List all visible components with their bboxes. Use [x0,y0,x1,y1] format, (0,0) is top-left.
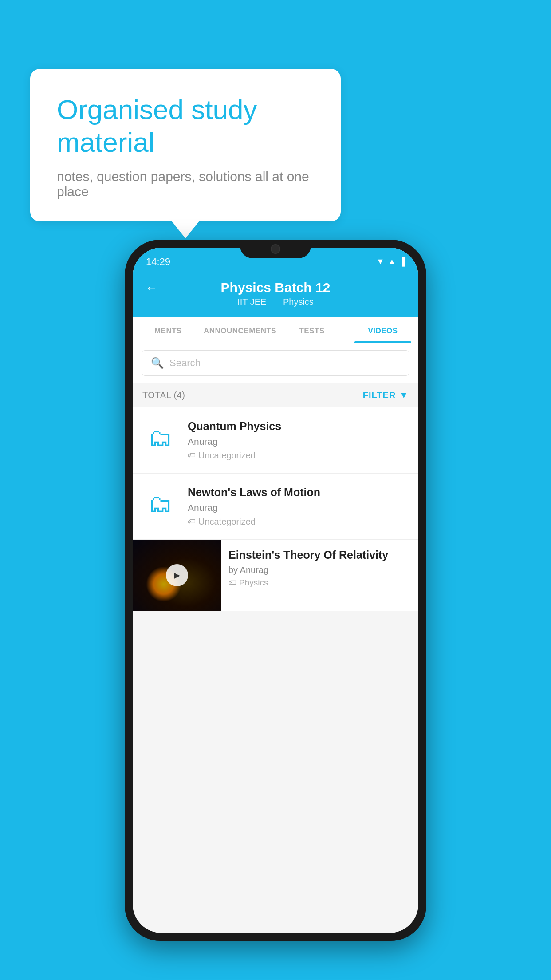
item-author: Anurag [188,502,409,513]
play-button[interactable]: ▶ [166,564,188,586]
phone-camera [271,244,280,254]
list-item[interactable]: 🗂 Quantum Physics Anurag 🏷 Uncategorized [133,407,418,474]
item-title: Quantum Physics [188,420,409,433]
item-tag: 🏷 Uncategorized [188,517,409,527]
header-subtitle-iitjee: IIT JEE [237,297,266,307]
filter-icon: ▼ [399,390,409,400]
phone-mockup: 14:29 ▼ ▲ ▐ ← Physics Batch 12 IIT JEE P… [125,240,426,941]
tab-announcements[interactable]: ANNOUNCEMENTS [204,317,276,343]
item-title: Newton's Laws of Motion [188,486,409,499]
search-placeholder: Search [169,357,201,369]
tag-icon: 🏷 [188,451,196,460]
tag-icon: 🏷 [228,578,236,588]
status-icons: ▼ ▲ ▐ [377,257,405,266]
item-author: Anurag [188,436,409,447]
speech-bubble: Organised study material notes, question… [30,69,341,221]
folder-icon: 🗂 [148,426,173,450]
tag-icon: 🏷 [188,517,196,526]
filter-label: FILTER [363,390,396,400]
bubble-subtitle: notes, question papers, solutions all at… [57,169,314,199]
tag-label: Uncategorized [198,450,256,461]
search-bar[interactable]: 🔍 Search [142,350,409,376]
search-icon: 🔍 [151,357,164,369]
battery-icon: ▐ [399,257,405,266]
phone-notch [240,240,311,258]
filter-button[interactable]: FILTER ▼ [363,390,409,400]
tab-ments[interactable]: MENTS [133,317,204,343]
header-subtitle-physics: Physics [283,297,314,307]
bubble-title: Organised study material [57,93,314,159]
status-time: 14:29 [146,256,170,268]
folder-icon: 🗂 [148,492,173,516]
total-label: TOTAL (4) [142,390,185,400]
item-info: Quantum Physics Anurag 🏷 Uncategorized [188,420,409,461]
header-title: Physics Batch 12 [221,280,331,295]
list-item[interactable]: ▶ Einstein's Theory Of Relativity by Anu… [133,540,418,611]
item-info: Newton's Laws of Motion Anurag 🏷 Uncateg… [188,486,409,527]
search-container: 🔍 Search [133,343,418,383]
header-subtitle: IIT JEE Physics [234,297,317,307]
item-title: Einstein's Theory Of Relativity [228,549,411,561]
video-thumbnail: ▶ [133,540,221,611]
item-thumbnail: 🗂 [142,420,178,455]
app-header: ← Physics Batch 12 IIT JEE Physics [133,272,418,317]
item-author: by Anurag [228,565,411,575]
phone-screen: 14:29 ▼ ▲ ▐ ← Physics Batch 12 IIT JEE P… [133,248,418,933]
item-info: Einstein's Theory Of Relativity by Anura… [221,540,418,597]
item-thumbnail: 🗂 [142,486,178,522]
item-tag: 🏷 Uncategorized [188,450,409,461]
phone-outer: 14:29 ▼ ▲ ▐ ← Physics Batch 12 IIT JEE P… [125,240,426,941]
video-list: 🗂 Quantum Physics Anurag 🏷 Uncategorized [133,407,418,611]
filter-row: TOTAL (4) FILTER ▼ [133,383,418,407]
tabs-bar: MENTS ANNOUNCEMENTS TESTS VIDEOS [133,317,418,343]
list-item[interactable]: 🗂 Newton's Laws of Motion Anurag 🏷 Uncat… [133,474,418,540]
tab-tests[interactable]: TESTS [276,317,347,343]
signal-icon: ▲ [388,257,396,266]
wifi-icon: ▼ [377,257,385,266]
tag-label: Uncategorized [198,517,256,527]
back-button[interactable]: ← [145,281,157,295]
tab-videos[interactable]: VIDEOS [347,317,418,343]
item-tag: 🏷 Physics [228,578,411,588]
tag-label: Physics [239,578,268,588]
